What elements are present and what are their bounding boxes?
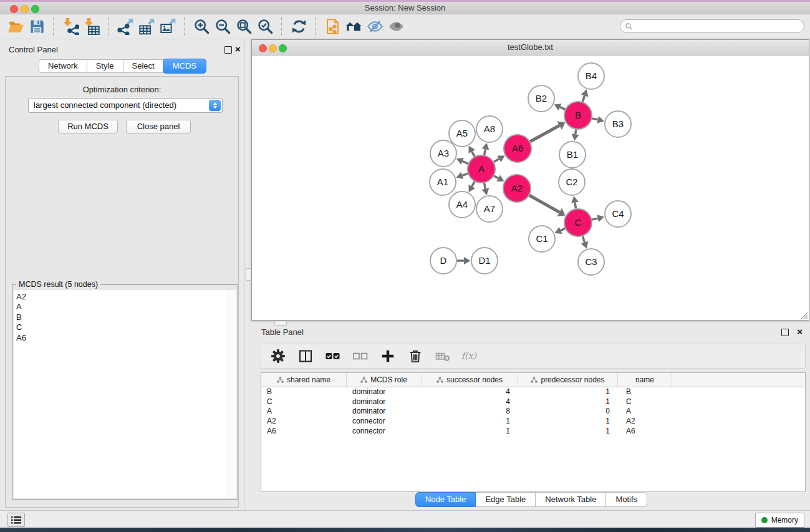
edge-C-C4[interactable] — [592, 218, 598, 220]
cell[interactable]: 4 — [422, 387, 518, 397]
show-all-button[interactable] — [385, 16, 407, 37]
save-session-button[interactable] — [26, 16, 47, 37]
tab-motifs[interactable]: Motifs — [606, 492, 647, 507]
node-C3[interactable]: C3 — [578, 249, 604, 275]
cell[interactable]: connector — [347, 417, 422, 427]
edge-C-C2[interactable] — [575, 203, 576, 209]
edge-A6-B[interactable] — [530, 125, 559, 142]
cell[interactable]: 1 — [518, 387, 618, 397]
cell[interactable]: A2 — [261, 417, 347, 427]
edge-A-A5[interactable] — [472, 152, 475, 157]
node-A1[interactable]: A1 — [430, 169, 456, 195]
close-table-panel-icon[interactable]: × — [797, 328, 803, 336]
edge-B-B1[interactable] — [576, 130, 576, 135]
node-A7[interactable]: A7 — [476, 196, 503, 222]
column-header-name[interactable]: name — [618, 373, 672, 387]
result-item[interactable]: A2 — [14, 292, 228, 302]
zoom-out-button[interactable] — [212, 16, 233, 37]
tab-node-table[interactable]: Node Table — [415, 492, 476, 507]
table-row[interactable]: A2connector11A2 — [261, 417, 805, 427]
node-C4[interactable]: C4 — [605, 201, 631, 227]
edge-A-A8[interactable] — [485, 149, 486, 155]
export-network-button[interactable] — [115, 16, 136, 37]
export-image-button[interactable] — [157, 16, 178, 37]
show-all-columns-button[interactable] — [324, 347, 342, 365]
table-row[interactable]: Bdominator41B — [261, 387, 805, 397]
cell[interactable]: dominator — [347, 407, 422, 417]
network-window-titlebar[interactable]: testGlobe.txt — [252, 40, 809, 56]
node-C[interactable]: C — [564, 209, 592, 236]
node-A8[interactable]: A8 — [476, 116, 503, 142]
network-overview-button[interactable] — [322, 16, 343, 37]
run-mcds-button[interactable]: Run MCDS — [58, 120, 118, 133]
table-settings-button[interactable] — [269, 347, 287, 365]
delete-columns-button[interactable] — [406, 347, 425, 365]
tab-style[interactable]: Style — [87, 59, 123, 73]
column-header-predecessor-nodes[interactable]: predecessor nodes — [518, 373, 618, 387]
home-button[interactable] — [343, 16, 364, 37]
hide-selected-button[interactable] — [364, 16, 385, 37]
float-table-panel-icon[interactable] — [781, 329, 789, 336]
cell[interactable]: A2 — [618, 417, 672, 427]
tab-network-table[interactable]: Network Table — [536, 492, 606, 507]
cell[interactable]: 1 — [422, 417, 518, 427]
cell[interactable]: B — [618, 387, 672, 397]
result-item[interactable]: A6 — [14, 333, 228, 343]
refresh-button[interactable] — [288, 16, 309, 37]
node-A[interactable]: A — [468, 155, 495, 183]
node-B4[interactable]: B4 — [578, 63, 604, 89]
edge-A-A4[interactable] — [472, 181, 475, 186]
edge-B-B2[interactable] — [560, 107, 565, 110]
zoom-in-button[interactable] — [191, 16, 212, 37]
close-panel-icon[interactable]: × — [235, 46, 241, 53]
edge-A-A7[interactable] — [485, 183, 486, 189]
node-A5[interactable]: A5 — [449, 120, 475, 147]
cell[interactable]: connector — [347, 427, 422, 437]
cell[interactable]: A6 — [261, 427, 347, 437]
edge-A-A6[interactable] — [494, 159, 499, 162]
cell[interactable]: C — [261, 397, 347, 407]
edge-A-A2[interactable] — [494, 176, 498, 178]
table-row[interactable]: A6connector11A6 — [261, 427, 805, 437]
zoom-fit-button[interactable] — [233, 16, 254, 37]
task-history-button[interactable] — [7, 513, 25, 527]
result-item[interactable]: A — [14, 302, 228, 312]
vertical-splitter-grip[interactable] — [246, 268, 251, 281]
create-column-button[interactable] — [378, 347, 397, 365]
node-D1[interactable]: D1 — [471, 248, 498, 274]
tab-edge-table[interactable]: Edge Table — [476, 492, 536, 507]
edge-C-C3[interactable] — [582, 236, 584, 243]
node-C1[interactable]: C1 — [529, 226, 555, 252]
table-row[interactable]: Cdominator41C — [261, 397, 805, 407]
network-canvas[interactable]: B4B2BB3A5A8A6A3B1AA1C2A2A4A7C4CC1C3DD1 — [252, 56, 809, 320]
node-B1[interactable]: B1 — [559, 142, 586, 168]
cell[interactable]: C — [618, 397, 672, 407]
search-input[interactable] — [636, 21, 804, 32]
edge-A2-C[interactable] — [529, 195, 559, 212]
import-network-button[interactable] — [60, 16, 81, 37]
close-panel-button[interactable]: Close panel — [126, 120, 191, 133]
split-panel-button[interactable] — [296, 347, 315, 365]
cell[interactable]: A — [618, 407, 672, 417]
table-row[interactable]: Adominator80A — [261, 407, 805, 417]
cell[interactable]: 8 — [422, 407, 518, 417]
edge-A-A1[interactable] — [462, 173, 468, 175]
column-header-shared-name[interactable]: shared name — [261, 373, 347, 387]
node-A3[interactable]: A3 — [430, 140, 456, 167]
cell[interactable]: 1 — [518, 417, 618, 427]
cell[interactable]: 1 — [518, 427, 618, 437]
resize-grip-icon[interactable] — [800, 311, 808, 319]
node-A6[interactable]: A6 — [504, 135, 531, 162]
open-file-button[interactable] — [5, 16, 26, 37]
criterion-select[interactable]: largest connected component (directed) — [28, 98, 223, 113]
node-B[interactable]: B — [564, 102, 592, 129]
column-header-mcds-role[interactable]: MCDS role — [347, 373, 422, 387]
edge-A-A3[interactable] — [463, 162, 468, 164]
edge-C-C1[interactable] — [561, 228, 565, 230]
edge-B-B3[interactable] — [592, 118, 598, 120]
tab-network[interactable]: Network — [39, 59, 87, 73]
cell[interactable]: 0 — [518, 407, 618, 417]
cell[interactable]: B — [261, 387, 347, 397]
tab-select[interactable]: Select — [123, 59, 164, 73]
edge-B-B4[interactable] — [582, 95, 584, 102]
